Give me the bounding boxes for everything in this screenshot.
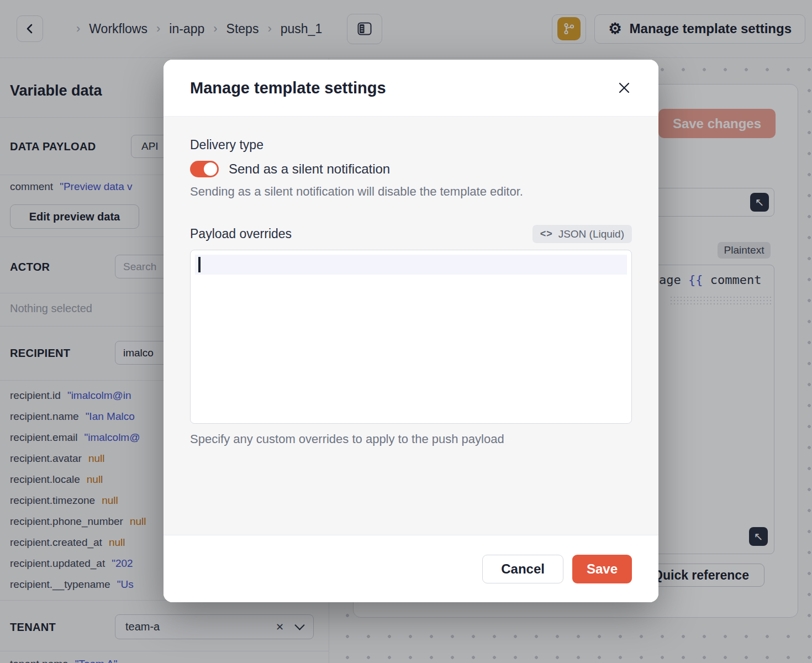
code-brackets-icon: <> [540, 228, 553, 240]
text-cursor [198, 257, 201, 272]
language-chip: <> JSON (Liquid) [532, 225, 632, 243]
modal-body: Delivery type Send as a silent notificat… [164, 116, 658, 535]
payload-overrides-header: Payload overrides <> JSON (Liquid) [190, 225, 632, 243]
delivery-type-helper-text: Sending as a silent notification will di… [190, 185, 632, 199]
cancel-button[interactable]: Cancel [482, 555, 563, 583]
modal-title: Manage template settings [190, 79, 386, 97]
silent-notification-label: Send as a silent notification [229, 161, 390, 177]
editor-active-line [195, 255, 627, 275]
toggle-knob [204, 162, 217, 176]
payload-overrides-heading: Payload overrides [190, 227, 292, 241]
payload-overrides-caption: Specify any custom overrides to apply to… [190, 432, 632, 446]
save-button[interactable]: Save [572, 555, 632, 583]
delivery-type-heading: Delivery type [190, 138, 632, 152]
silent-notification-toggle[interactable] [190, 161, 219, 177]
modal-footer: Cancel Save [164, 535, 658, 602]
silent-notification-row: Send as a silent notification [190, 161, 632, 177]
close-icon [618, 81, 631, 94]
close-button[interactable] [614, 78, 634, 98]
payload-overrides-editor[interactable] [190, 250, 632, 424]
language-chip-label: JSON (Liquid) [558, 228, 624, 240]
modal-header: Manage template settings [164, 60, 658, 116]
manage-template-settings-modal: Manage template settings Delivery type S… [164, 60, 658, 602]
